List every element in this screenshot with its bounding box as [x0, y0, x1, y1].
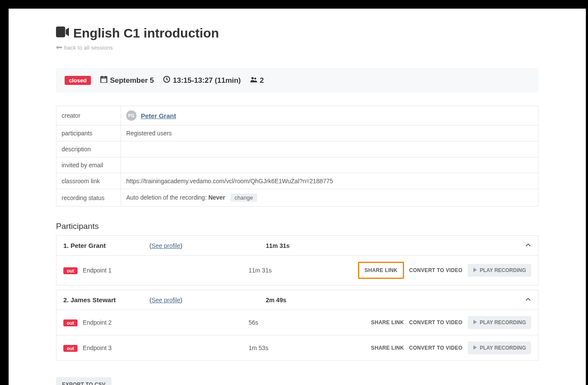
session-info-bar: closed September 5 13:15-13:27 (11min) 2 [56, 68, 538, 93]
page-frame: English C1 introduction back to all sess… [9, 9, 586, 385]
play-icon [473, 267, 477, 273]
participant-duration: 11m 31s [266, 242, 525, 249]
change-recording-button[interactable]: change [230, 194, 258, 202]
see-profile-link[interactable]: See profile [152, 297, 180, 304]
detail-label: invited by email [56, 157, 121, 173]
participants-heading: Participants [56, 222, 538, 231]
endpoint-duration: 1m 53s [249, 344, 335, 351]
convert-video-button[interactable]: CONVERT TO VIDEO [409, 345, 463, 351]
play-icon [473, 319, 477, 326]
participant-profile: (See profile) [149, 297, 266, 304]
creator-link[interactable]: Peter Grant [141, 112, 176, 119]
detail-label: recording status [56, 189, 121, 207]
out-badge: out [63, 319, 78, 326]
table-row: classroom link https://trainingacademy.v… [56, 173, 538, 189]
detail-label: classroom link [56, 173, 121, 189]
detail-value: Auto deletion of the recording: Never ch… [121, 189, 538, 207]
endpoint-row: outEndpoint 256sSHARE LINKCONVERT TO VID… [56, 310, 538, 335]
detail-value [121, 157, 538, 173]
table-row: invited by email [56, 157, 538, 173]
detail-label: description [56, 141, 121, 157]
svg-point-1 [252, 77, 254, 79]
play-recording-button[interactable]: PLAY RECORDING [468, 341, 531, 354]
endpoint-row: outEndpoint 111m 31sSHARE LINKCONVERT TO… [56, 256, 538, 285]
endpoint-duration: 56s [249, 319, 335, 326]
table-row: description [56, 141, 538, 157]
play-icon [473, 345, 477, 351]
chevron-up-icon [525, 296, 531, 304]
session-participant-count: 2 [250, 76, 264, 85]
chevron-up-icon [525, 242, 531, 249]
clock-icon [163, 76, 170, 85]
share-link-button[interactable]: SHARE LINK [358, 262, 404, 279]
participant-name: 1. Peter Grant [63, 242, 149, 249]
session-details-table: creator PG Peter Grant participants Regi… [56, 106, 538, 207]
status-badge: closed [65, 76, 91, 85]
endpoint-duration: 11m 31s [249, 267, 335, 274]
table-row: creator PG Peter Grant [56, 106, 538, 125]
play-recording-button[interactable]: PLAY RECORDING [468, 264, 531, 277]
participant-duration: 2m 49s [266, 297, 525, 304]
share-link-button[interactable]: SHARE LINK [371, 345, 404, 351]
convert-video-button[interactable]: CONVERT TO VIDEO [409, 319, 463, 326]
endpoint-row: outEndpoint 31m 53sSHARE LINKCONVERT TO … [56, 335, 538, 360]
page-title-text: English C1 introduction [73, 26, 219, 41]
arrow-left-icon [56, 44, 62, 51]
export-csv-button[interactable]: EXPORT TO CSV [56, 377, 112, 385]
table-row: participants Registered users [56, 125, 538, 141]
out-badge: out [63, 345, 78, 352]
endpoint-name: outEndpoint 3 [63, 344, 249, 351]
session-date: September 5 [100, 76, 154, 85]
calendar-icon [100, 76, 107, 85]
detail-value [121, 141, 538, 157]
out-badge: out [63, 267, 78, 274]
detail-label: creator [56, 106, 121, 125]
avatar: PG [126, 110, 137, 121]
detail-label: participants [56, 125, 121, 141]
participant-profile: (See profile) [149, 242, 266, 249]
svg-point-2 [254, 78, 256, 79]
table-row: recording status Auto deletion of the re… [56, 189, 538, 207]
participant-header[interactable]: 1. Peter Grant(See profile)11m 31s [56, 236, 538, 256]
share-link-button[interactable]: SHARE LINK [371, 319, 404, 326]
convert-video-button[interactable]: CONVERT TO VIDEO [409, 267, 463, 273]
back-link-label: back to all sessions [64, 44, 113, 51]
participant-name: 2. James Stewart [63, 296, 149, 304]
detail-value: PG Peter Grant [121, 106, 538, 125]
detail-value: https://trainingacademy.vedamo.com/vcl/r… [121, 173, 538, 189]
users-icon [250, 76, 257, 85]
video-camera-icon [56, 26, 69, 41]
participant-block: 2. James Stewart(See profile)2m 49soutEn… [56, 290, 538, 361]
back-link[interactable]: back to all sessions [56, 44, 113, 51]
page-title: English C1 introduction [56, 26, 538, 41]
session-time: 13:15-13:27 (11min) [163, 76, 241, 85]
play-recording-button[interactable]: PLAY RECORDING [468, 316, 531, 329]
participant-header[interactable]: 2. James Stewart(See profile)2m 49s [56, 290, 538, 310]
detail-value: Registered users [121, 125, 538, 141]
endpoint-name: outEndpoint 2 [63, 319, 249, 326]
see-profile-link[interactable]: See profile [152, 242, 180, 249]
participant-block: 1. Peter Grant(See profile)11m 31soutEnd… [56, 235, 538, 285]
endpoint-name: outEndpoint 1 [63, 267, 249, 274]
